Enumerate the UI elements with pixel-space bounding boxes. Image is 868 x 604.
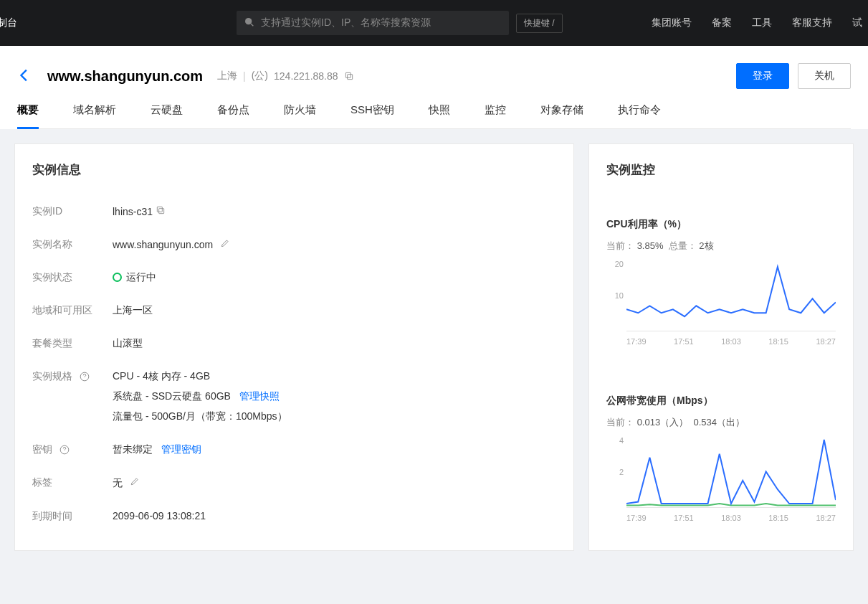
label-spec: 实例规格 bbox=[32, 370, 113, 383]
instance-info-title: 实例信息 bbox=[32, 161, 556, 178]
region-label: 上海 bbox=[217, 70, 237, 82]
label-instance-name: 实例名称 bbox=[32, 238, 113, 251]
label-zone: 地域和可用区 bbox=[32, 304, 113, 317]
tab-monitor[interactable]: 监控 bbox=[485, 103, 506, 128]
svg-rect-1 bbox=[347, 75, 352, 80]
row-tag: 标签 无 bbox=[32, 466, 556, 500]
bw-xaxis: 17:39 17:51 18:03 18:15 18:27 bbox=[626, 514, 836, 522]
tab-dns[interactable]: 域名解析 bbox=[73, 103, 116, 128]
spec-traffic: 流量包 - 500GB/月（带宽：100Mbps） bbox=[113, 410, 556, 423]
svg-point-0 bbox=[245, 18, 252, 24]
monitor-title: 实例监控 bbox=[606, 161, 836, 178]
cpu-chart-block: CPU利用率（%） 当前： 3.85% 总量： 2核 20 10 17:39 1… bbox=[606, 218, 836, 346]
public-ip: 124.221.88.88 bbox=[274, 70, 338, 82]
value-zone: 上海一区 bbox=[113, 304, 556, 317]
search-placeholder: 支持通过实例ID、IP、名称等搜索资源 bbox=[261, 16, 431, 29]
label-instance-id: 实例ID bbox=[32, 205, 113, 218]
bw-chart-block: 公网带宽使用（Mbps） 当前： 0.013（入） 0.534（出） 4 2 1… bbox=[606, 395, 836, 522]
topbar-link-try[interactable]: 试 bbox=[852, 16, 862, 29]
header-actions: 登录 关机 bbox=[736, 63, 851, 89]
login-button[interactable]: 登录 bbox=[736, 63, 789, 89]
status-running-icon bbox=[113, 273, 122, 282]
value-expire: 2099-06-09 13:08:21 bbox=[113, 510, 556, 522]
label-status: 实例状态 bbox=[32, 271, 113, 284]
topbar-links: 集团账号 备案 工具 客服支持 试 bbox=[652, 16, 868, 29]
cpu-chart-sub: 当前： 3.85% 总量： 2核 bbox=[606, 240, 836, 253]
tab-cos[interactable]: 对象存储 bbox=[540, 103, 583, 128]
bw-chart: 4 2 17:39 17:51 18:03 18:15 18:27 bbox=[606, 436, 836, 522]
spec-disk: 系统盘 - SSD云硬盘 60GB 管理快照 bbox=[113, 390, 556, 403]
tab-snapshot[interactable]: 快照 bbox=[429, 103, 450, 128]
instance-info-card: 实例信息 实例ID lhins-c31 实例名称 www.shangunyun.… bbox=[14, 143, 574, 551]
page-header: www.shangunyun.com 上海 | (公) 124.221.88.8… bbox=[0, 46, 868, 129]
edit-icon[interactable] bbox=[220, 238, 230, 248]
page-meta: 上海 | (公) 124.221.88.88 bbox=[217, 70, 354, 82]
topbar: 制台 支持通过实例ID、IP、名称等搜索资源 快捷键 / 集团账号 备案 工具 … bbox=[0, 0, 868, 46]
edit-icon[interactable] bbox=[130, 476, 140, 486]
topbar-link-account[interactable]: 集团账号 bbox=[652, 16, 692, 29]
row-instance-name: 实例名称 www.shangunyun.com bbox=[32, 228, 556, 261]
tab-overview[interactable]: 概要 bbox=[17, 103, 39, 128]
label-expire: 到期时间 bbox=[32, 510, 113, 523]
tab-disk[interactable]: 云硬盘 bbox=[151, 103, 183, 128]
console-label[interactable]: 制台 bbox=[0, 16, 29, 29]
svg-rect-2 bbox=[345, 72, 350, 77]
bw-plot bbox=[626, 436, 836, 508]
bw-chart-sub: 当前： 0.013（入） 0.534（出） bbox=[606, 416, 836, 429]
search-box[interactable]: 支持通过实例ID、IP、名称等搜索资源 bbox=[237, 11, 509, 35]
copy-icon[interactable] bbox=[156, 205, 166, 215]
ip-prefix: (公) bbox=[252, 70, 268, 82]
row-plan: 套餐类型 山滚型 bbox=[32, 327, 556, 360]
shutdown-button[interactable]: 关机 bbox=[798, 63, 851, 89]
tab-backup[interactable]: 备份点 bbox=[217, 103, 249, 128]
cpu-chart-title: CPU利用率（%） bbox=[606, 218, 836, 231]
monitor-card: 实例监控 CPU利用率（%） 当前： 3.85% 总量： 2核 20 10 17… bbox=[588, 143, 854, 551]
cpu-yaxis: 20 10 bbox=[606, 260, 624, 331]
label-tag: 标签 bbox=[32, 476, 113, 489]
cpu-chart: 20 10 17:39 17:51 18:03 18:15 18:27 bbox=[606, 260, 836, 346]
row-zone: 地域和可用区 上海一区 bbox=[32, 294, 556, 327]
row-key: 密钥 暂未绑定 管理密钥 bbox=[32, 433, 556, 466]
row-status: 实例状态 运行中 bbox=[32, 261, 556, 294]
row-instance-id: 实例ID lhins-c31 bbox=[32, 195, 556, 228]
bw-yaxis: 4 2 bbox=[606, 436, 624, 508]
value-plan: 山滚型 bbox=[113, 337, 556, 350]
manage-snapshot-link[interactable]: 管理快照 bbox=[239, 390, 280, 402]
topbar-link-support[interactable]: 客服支持 bbox=[792, 16, 832, 29]
tab-ssh[interactable]: SSH密钥 bbox=[350, 103, 394, 128]
page-title: www.shangunyun.com bbox=[47, 68, 203, 85]
cpu-plot bbox=[626, 260, 836, 331]
label-key: 密钥 bbox=[32, 443, 113, 456]
tabs: 概要 域名解析 云硬盘 备份点 防火墙 SSH密钥 快照 监控 对象存储 执行命… bbox=[17, 103, 851, 129]
value-spec: CPU - 4核 内存 - 4GB 系统盘 - SSD云硬盘 60GB 管理快照… bbox=[113, 370, 556, 423]
label-plan: 套餐类型 bbox=[32, 337, 113, 350]
value-instance-id: lhins-c31 bbox=[113, 205, 556, 217]
spec-cpu: CPU - 4核 内存 - 4GB bbox=[113, 370, 556, 383]
help-icon[interactable] bbox=[59, 445, 70, 455]
value-status: 运行中 bbox=[113, 271, 556, 284]
value-key: 暂未绑定 管理密钥 bbox=[113, 443, 556, 456]
content: 实例信息 实例ID lhins-c31 实例名称 www.shangunyun.… bbox=[0, 129, 868, 565]
bw-chart-title: 公网带宽使用（Mbps） bbox=[606, 395, 836, 407]
help-icon[interactable] bbox=[80, 372, 90, 382]
row-spec: 实例规格 CPU - 4核 内存 - 4GB 系统盘 - SSD云硬盘 60GB… bbox=[32, 360, 556, 433]
manage-key-link[interactable]: 管理密钥 bbox=[161, 443, 201, 455]
svg-rect-3 bbox=[159, 209, 164, 214]
topbar-link-beian[interactable]: 备案 bbox=[712, 16, 732, 29]
tab-exec[interactable]: 执行命令 bbox=[618, 103, 661, 128]
search-icon bbox=[244, 16, 261, 30]
hotkey-badge[interactable]: 快捷键 / bbox=[516, 14, 563, 33]
cpu-xaxis: 17:39 17:51 18:03 18:15 18:27 bbox=[626, 337, 836, 346]
svg-rect-4 bbox=[157, 207, 162, 212]
value-tag: 无 bbox=[113, 476, 556, 490]
tab-firewall[interactable]: 防火墙 bbox=[284, 103, 316, 128]
back-button[interactable] bbox=[17, 67, 33, 85]
copy-icon[interactable] bbox=[344, 71, 354, 81]
value-instance-name: www.shangunyun.com bbox=[113, 238, 556, 250]
row-expire: 到期时间 2099-06-09 13:08:21 bbox=[32, 500, 556, 533]
topbar-link-tools[interactable]: 工具 bbox=[752, 16, 772, 29]
